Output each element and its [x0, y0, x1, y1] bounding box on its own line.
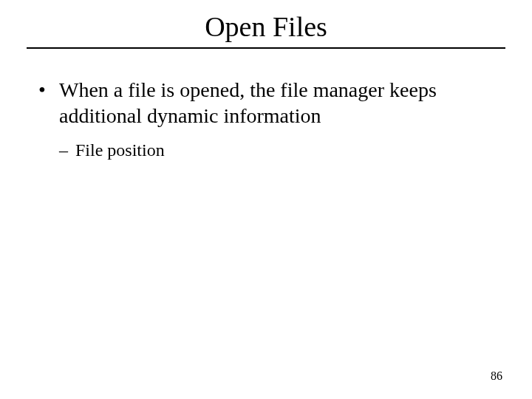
bullet-marker: •	[38, 77, 59, 103]
bullet-item: • When a file is opened, the file manage…	[38, 77, 494, 129]
page-number: 86	[491, 369, 502, 383]
title-underline	[27, 47, 505, 49]
slide-title: Open Files	[205, 10, 327, 43]
sub-bullet-marker: –	[59, 139, 75, 162]
sub-bullet-text: File position	[75, 139, 165, 162]
slide-body: • When a file is opened, the file manage…	[38, 77, 494, 162]
slide: Open Files • When a file is opened, the …	[0, 0, 532, 399]
bullet-text: When a file is opened, the file manager …	[59, 77, 494, 129]
title-container: Open Files	[0, 0, 532, 43]
sub-bullet-item: – File position	[59, 139, 494, 162]
